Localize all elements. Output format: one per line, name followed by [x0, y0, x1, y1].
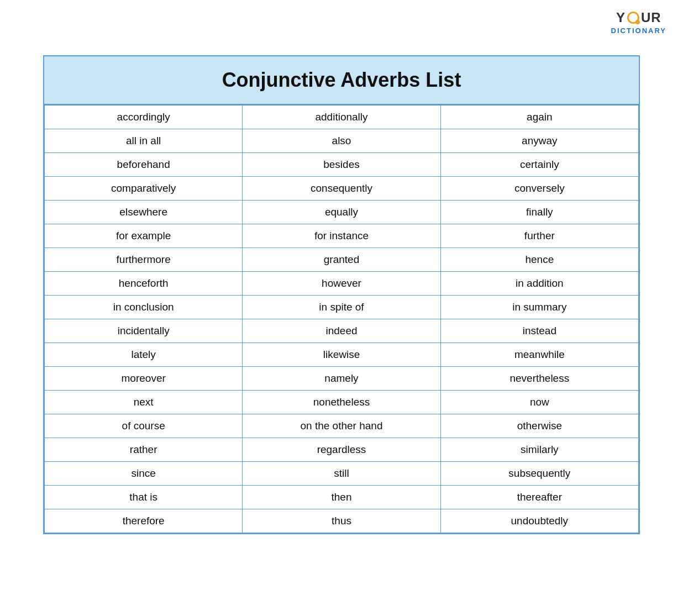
table-cell: thereafter [440, 486, 638, 509]
table-cell: anyway [440, 129, 638, 153]
table-row: sincestillsubsequently [45, 462, 639, 486]
table-cell: namely [243, 367, 440, 391]
table-cell: for example [45, 224, 243, 248]
table-cell: also [243, 129, 440, 153]
table-cell: undoubtedly [440, 509, 638, 533]
table-row: ratherregardlesssimilarly [45, 438, 639, 462]
table-cell: next [45, 391, 243, 414]
table-cell: then [243, 486, 440, 509]
table-cell: comparatively [45, 177, 243, 201]
table-cell: otherwise [440, 414, 638, 438]
adverbs-table: accordinglyadditionallyagainall in allal… [44, 105, 639, 533]
table-cell: still [243, 462, 440, 486]
table-cell: moreover [45, 367, 243, 391]
table-title: Conjunctive Adverbs List [44, 56, 639, 105]
table-row: moreovernamelynevertheless [45, 367, 639, 391]
table-cell: incidentally [45, 319, 243, 343]
logo-o-icon [627, 12, 639, 24]
table-cell: nevertheless [440, 367, 638, 391]
logo-dictionary-text: DICTIONARY [611, 27, 666, 35]
table-row: of courseon the other handotherwise [45, 414, 639, 438]
table-cell: on the other hand [243, 414, 440, 438]
table-cell: besides [243, 153, 440, 177]
table-cell: indeed [243, 319, 440, 343]
table-cell: elsewhere [45, 201, 243, 224]
table-row: henceforthhoweverin addition [45, 272, 639, 296]
table-cell: instead [440, 319, 638, 343]
table-row: that isthenthereafter [45, 486, 639, 509]
table-cell: of course [45, 414, 243, 438]
table-cell: accordingly [45, 106, 243, 129]
logo-text: Y [616, 10, 626, 25]
table-cell: regardless [243, 438, 440, 462]
table-cell: additionally [243, 106, 440, 129]
table-cell: for instance [243, 224, 440, 248]
table-cell: equally [243, 201, 440, 224]
table-cell: finally [440, 201, 638, 224]
table-row: thereforethusundoubtedly [45, 509, 639, 533]
table-row: furthermoregrantedhence [45, 248, 639, 272]
table-cell: therefore [45, 509, 243, 533]
logo-ur: UR [641, 10, 661, 25]
table-cell: however [243, 272, 440, 296]
table-cell: thus [243, 509, 440, 533]
logo: Y UR DICTIONARY [611, 10, 666, 35]
table-cell: in spite of [243, 296, 440, 319]
table-cell: further [440, 224, 638, 248]
table-row: elsewhereequallyfinally [45, 201, 639, 224]
table-cell: furthermore [45, 248, 243, 272]
table-cell: henceforth [45, 272, 243, 296]
table-cell: in summary [440, 296, 638, 319]
table-row: all in allalsoanyway [45, 129, 639, 153]
table-row: in conclusionin spite ofin summary [45, 296, 639, 319]
table-cell: similarly [440, 438, 638, 462]
table-row: nextnonethelessnow [45, 391, 639, 414]
table-row: incidentallyindeedinstead [45, 319, 639, 343]
table-cell: certainly [440, 153, 638, 177]
table-cell: again [440, 106, 638, 129]
table-row: accordinglyadditionallyagain [45, 106, 639, 129]
table-cell: consequently [243, 177, 440, 201]
table-cell: nonetheless [243, 391, 440, 414]
table-row: comparativelyconsequentlyconversely [45, 177, 639, 201]
table-row: beforehandbesidescertainly [45, 153, 639, 177]
table-cell: since [45, 462, 243, 486]
table-row: latelylikewisemeanwhile [45, 343, 639, 367]
table-cell: now [440, 391, 638, 414]
table-cell: rather [45, 438, 243, 462]
table-cell: subsequently [440, 462, 638, 486]
table-cell: in conclusion [45, 296, 243, 319]
table-row: for examplefor instancefurther [45, 224, 639, 248]
main-table-container: Conjunctive Adverbs List accordinglyaddi… [43, 55, 640, 534]
table-cell: meanwhile [440, 343, 638, 367]
table-cell: that is [45, 486, 243, 509]
table-cell: hence [440, 248, 638, 272]
table-cell: conversely [440, 177, 638, 201]
table-cell: in addition [440, 272, 638, 296]
table-cell: lately [45, 343, 243, 367]
table-cell: beforehand [45, 153, 243, 177]
table-cell: all in all [45, 129, 243, 153]
table-cell: likewise [243, 343, 440, 367]
table-cell: granted [243, 248, 440, 272]
